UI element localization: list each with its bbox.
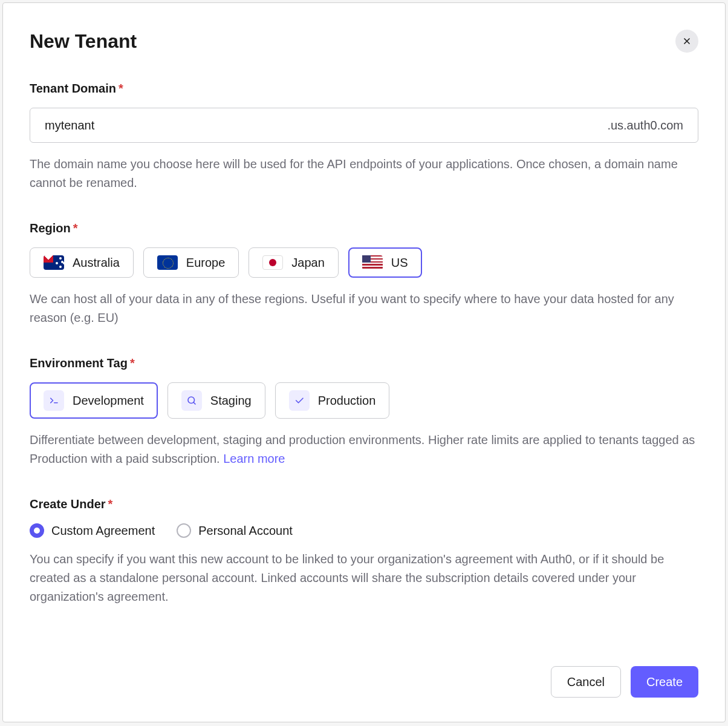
modal-title: New Tenant [30, 30, 137, 53]
close-icon [682, 36, 692, 46]
radio-label: Custom Agreement [51, 524, 155, 538]
learn-more-link[interactable]: Learn more [223, 452, 285, 465]
radio-custom-agreement[interactable]: Custom Agreement [30, 523, 155, 538]
tenant-domain-input[interactable] [45, 119, 607, 132]
environment-option-staging[interactable]: Staging [167, 382, 265, 419]
create-under-section: Create Under* Custom Agreement Personal … [30, 497, 698, 606]
modal-footer: Cancel Create [30, 666, 698, 698]
close-button[interactable] [675, 30, 698, 53]
flag-europe-icon [157, 255, 178, 270]
check-icon [289, 390, 310, 411]
tenant-domain-help: The domain name you choose here will be … [30, 155, 698, 192]
tenant-domain-label: Tenant Domain* [30, 82, 698, 96]
tenant-domain-input-wrap: .us.auth0.com [30, 108, 698, 143]
environment-section: Environment Tag* Development Staging Pro… [30, 356, 698, 468]
region-label-text: Region [30, 221, 71, 235]
region-option-label: Japan [291, 256, 325, 270]
region-option-us[interactable]: US [348, 247, 422, 278]
flag-us-icon [362, 255, 383, 270]
region-option-label: Australia [73, 256, 120, 270]
region-help: We can host all of your data in any of t… [30, 290, 698, 327]
cancel-button[interactable]: Cancel [551, 666, 621, 698]
environment-option-label: Production [318, 394, 376, 408]
create-button[interactable]: Create [631, 666, 698, 698]
region-option-australia[interactable]: Australia [30, 247, 134, 278]
environment-option-label: Staging [210, 394, 252, 408]
radio-indicator [30, 523, 44, 538]
terminal-icon [44, 390, 64, 411]
tenant-domain-section: Tenant Domain* .us.auth0.com The domain … [30, 82, 698, 192]
required-indicator: * [73, 221, 78, 235]
create-under-help: You can specify if you want this new acc… [30, 550, 698, 606]
new-tenant-modal: New Tenant Tenant Domain* .us.auth0.com … [2, 2, 726, 722]
radio-label: Personal Account [198, 524, 293, 538]
required-indicator: * [130, 356, 135, 370]
region-section: Region* Australia Europe Japan US We can… [30, 221, 698, 327]
create-under-label-text: Create Under [30, 497, 106, 511]
environment-help: Differentiate between development, stagi… [30, 431, 698, 468]
region-option-label: US [391, 256, 408, 270]
region-label: Region* [30, 221, 698, 235]
environment-label: Environment Tag* [30, 356, 698, 370]
environment-option-production[interactable]: Production [275, 382, 390, 419]
environment-help-text: Differentiate between development, stagi… [30, 433, 695, 465]
environment-option-label: Development [73, 394, 144, 408]
tenant-domain-label-text: Tenant Domain [30, 82, 116, 95]
region-option-label: Europe [186, 256, 226, 270]
region-options: Australia Europe Japan US [30, 247, 698, 278]
create-under-label: Create Under* [30, 497, 698, 511]
environment-label-text: Environment Tag [30, 356, 128, 370]
required-indicator: * [108, 497, 113, 511]
environment-option-development[interactable]: Development [30, 382, 158, 419]
region-option-japan[interactable]: Japan [249, 247, 339, 278]
flag-japan-icon [262, 255, 283, 270]
environment-options: Development Staging Production [30, 382, 698, 419]
create-under-options: Custom Agreement Personal Account [30, 523, 698, 538]
modal-header: New Tenant [30, 30, 698, 53]
radio-personal-account[interactable]: Personal Account [177, 523, 293, 538]
region-option-europe[interactable]: Europe [143, 247, 239, 278]
radio-indicator [177, 523, 191, 538]
domain-suffix: .us.auth0.com [607, 119, 683, 132]
flag-australia-icon [44, 255, 64, 270]
search-icon [181, 390, 202, 411]
required-indicator: * [119, 82, 123, 95]
